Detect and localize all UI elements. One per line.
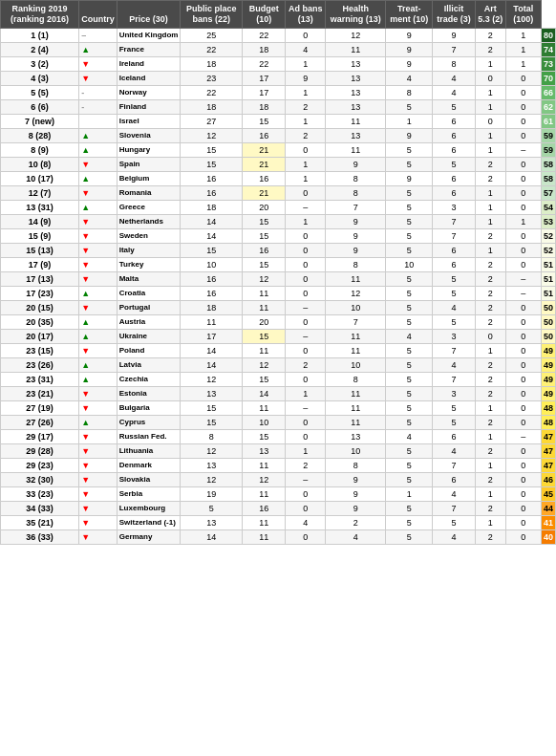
- header-illicit-trade: Illicit trade (3): [433, 1, 476, 29]
- illicit-trade-cell: 1: [475, 243, 505, 257]
- table-row: 15 (9)▼Sweden141509572052: [1, 228, 556, 243]
- rank-cell: 17 (23): [1, 286, 79, 300]
- country-cell: Estonia: [117, 386, 181, 400]
- treatment-cell: 5: [433, 157, 476, 171]
- table-row: 15 (13)▼Italy151609561052: [1, 243, 556, 257]
- art53-cell: 0: [505, 99, 541, 114]
- price-cell: 27: [181, 114, 243, 128]
- public-place-bans-cell: 11: [243, 486, 286, 501]
- art53-cell: 0: [505, 329, 541, 343]
- rank-cell: 13 (31): [1, 200, 79, 214]
- total-cell: 47: [541, 458, 555, 472]
- health-warning-cell: 9: [386, 56, 433, 71]
- public-place-bans-cell: 12: [243, 357, 286, 372]
- illicit-trade-cell: 2: [475, 171, 505, 185]
- public-place-bans-cell: 14: [243, 386, 286, 400]
- illicit-trade-cell: 1: [475, 200, 505, 214]
- trend-arrow: ▼: [79, 257, 118, 271]
- budget-cell: 0: [286, 529, 326, 544]
- header-country: Country: [79, 1, 118, 29]
- art53-cell: 0: [505, 443, 541, 458]
- table-row: 6 (6)-Finland1818213551062: [1, 99, 556, 114]
- illicit-trade-cell: 1: [475, 99, 505, 114]
- public-place-bans-cell: 17: [243, 71, 286, 85]
- table-row: 17 (13)▼Malta1612011552–51: [1, 271, 556, 286]
- table-row: 12 (7)▼Romania162108561057: [1, 185, 556, 200]
- art53-cell: 0: [505, 515, 541, 529]
- country-cell: Bulgaria: [117, 400, 181, 415]
- public-place-bans-cell: 11: [243, 515, 286, 529]
- total-cell: 59: [541, 142, 555, 157]
- budget-cell: 0: [286, 429, 326, 443]
- treatment-cell: 4: [433, 357, 476, 372]
- illicit-trade-cell: 2: [475, 357, 505, 372]
- art53-cell: 0: [505, 343, 541, 357]
- table-row: 8 (9)▲Hungary1521011561–59: [1, 142, 556, 157]
- illicit-trade-cell: 2: [475, 415, 505, 429]
- price-cell: 11: [181, 314, 243, 329]
- trend-arrow: ▼: [79, 271, 118, 286]
- country-cell: Ireland: [117, 56, 181, 71]
- illicit-trade-cell: 2: [475, 472, 505, 486]
- public-place-bans-cell: 11: [243, 400, 286, 415]
- country-cell: Portugal: [117, 300, 181, 314]
- price-cell: 15: [181, 415, 243, 429]
- art53-cell: 0: [505, 314, 541, 329]
- rank-cell: 23 (15): [1, 343, 79, 357]
- public-place-bans-cell: 15: [243, 429, 286, 443]
- table-row: 17 (9)▼Turkey1015081062051: [1, 257, 556, 271]
- illicit-trade-cell: 1: [475, 142, 505, 157]
- table-row: 23 (15)▼Poland1411011571049: [1, 343, 556, 357]
- table-row: 1 (1)–United Kingdom2522012992180: [1, 28, 556, 42]
- price-cell: 22: [181, 42, 243, 56]
- illicit-trade-cell: 2: [475, 28, 505, 42]
- header-total: Total (100): [505, 1, 541, 29]
- total-cell: 41: [541, 515, 555, 529]
- art53-cell: 1: [505, 28, 541, 42]
- public-place-bans-cell: 21: [243, 157, 286, 171]
- header-treatment: Treat-ment (10): [386, 1, 433, 29]
- public-place-bans-cell: 11: [243, 300, 286, 314]
- budget-cell: 0: [286, 343, 326, 357]
- illicit-trade-cell: 1: [475, 515, 505, 529]
- rank-cell: 15 (13): [1, 243, 79, 257]
- price-cell: 17: [181, 329, 243, 343]
- trend-arrow: ▼: [79, 243, 118, 257]
- ad-bans-cell: 9: [326, 486, 386, 501]
- trend-arrow: -: [79, 85, 118, 99]
- trend-arrow: ▼: [79, 458, 118, 472]
- art53-cell: 0: [505, 114, 541, 128]
- health-warning-cell: 1: [386, 486, 433, 501]
- trend-arrow: ▼: [79, 386, 118, 400]
- illicit-trade-cell: 2: [475, 300, 505, 314]
- public-place-bans-cell: 13: [243, 443, 286, 458]
- ad-bans-cell: 12: [326, 286, 386, 300]
- budget-cell: 1: [286, 114, 326, 128]
- illicit-trade-cell: 1: [475, 128, 505, 142]
- trend-arrow: ▲: [79, 42, 118, 56]
- rank-cell: 1 (1): [1, 28, 79, 42]
- trend-arrow: ▲: [79, 415, 118, 429]
- ad-bans-cell: 13: [326, 85, 386, 99]
- health-warning-cell: 5: [386, 185, 433, 200]
- table-row: 20 (15)▼Portugal1811–10542050: [1, 300, 556, 314]
- art53-cell: 0: [505, 400, 541, 415]
- public-place-bans-cell: 15: [243, 214, 286, 228]
- budget-cell: 9: [286, 71, 326, 85]
- country-cell: Romania: [117, 185, 181, 200]
- country-cell: Latvia: [117, 357, 181, 372]
- trend-arrow: –: [79, 28, 118, 42]
- ad-bans-cell: 11: [326, 329, 386, 343]
- treatment-cell: 8: [433, 56, 476, 71]
- ad-bans-cell: 9: [326, 243, 386, 257]
- health-warning-cell: 9: [386, 128, 433, 142]
- trend-arrow: -: [79, 99, 118, 114]
- total-cell: 50: [541, 300, 555, 314]
- public-place-bans-cell: 18: [243, 42, 286, 56]
- rank-cell: 29 (17): [1, 429, 79, 443]
- country-cell: Russian Fed.: [117, 429, 181, 443]
- treatment-cell: 5: [433, 271, 476, 286]
- treatment-cell: 3: [433, 329, 476, 343]
- illicit-trade-cell: 2: [475, 228, 505, 243]
- trend-arrow: ▼: [79, 515, 118, 529]
